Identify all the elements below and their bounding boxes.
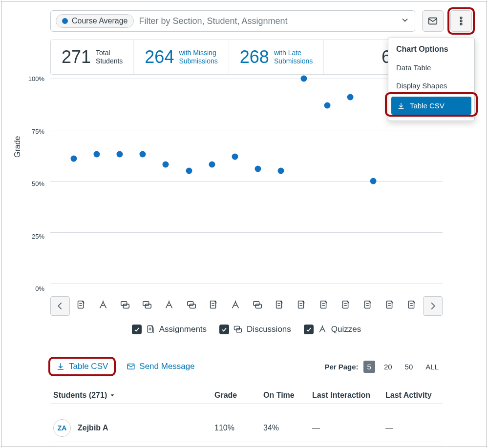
scroll-left-button[interactable] — [50, 296, 70, 316]
quiz-icon — [230, 300, 241, 310]
x-tick-icon[interactable] — [362, 300, 373, 312]
data-point[interactable] — [301, 76, 307, 82]
stat-total-students: 271 TotalStudents — [51, 40, 134, 74]
col-students[interactable]: Students (271) — [53, 391, 214, 400]
svg-rect-16 — [320, 301, 326, 308]
per-page-all[interactable]: ALL — [422, 361, 443, 373]
tick: 50% — [32, 180, 44, 187]
check-assignments[interactable]: Assignments — [132, 325, 207, 334]
col-label: Grade — [214, 391, 237, 400]
filter-chip-course-average[interactable]: Course Average — [56, 14, 134, 28]
data-point[interactable] — [255, 165, 261, 172]
data-point[interactable] — [186, 168, 192, 174]
per-page-control: Per Page: 5 20 50 ALL — [324, 361, 443, 373]
assignment-icon — [406, 300, 417, 310]
menu-table-csv[interactable]: Table CSV — [391, 97, 471, 115]
x-tick-icon[interactable] — [252, 300, 263, 312]
data-point[interactable] — [163, 162, 169, 168]
data-point[interactable] — [232, 153, 238, 160]
x-tick-icon[interactable] — [76, 300, 86, 312]
x-tick-icon[interactable] — [340, 300, 351, 312]
assignment-icon — [362, 300, 373, 310]
per-page-20[interactable]: 20 — [380, 361, 396, 373]
x-tick-icon[interactable] — [142, 300, 152, 312]
message-button[interactable] — [422, 10, 444, 32]
svg-rect-7 — [143, 302, 149, 305]
data-point[interactable] — [70, 155, 77, 162]
svg-rect-10 — [190, 304, 195, 308]
discussion-icon — [186, 300, 197, 310]
data-point[interactable] — [370, 178, 376, 184]
svg-rect-11 — [210, 301, 215, 308]
gridlines — [50, 79, 443, 284]
svg-marker-25 — [111, 394, 114, 396]
svg-point-2 — [460, 20, 462, 22]
data-point[interactable] — [117, 151, 123, 158]
data-point[interactable] — [140, 151, 146, 158]
table-header: Students (271) Grade On Time Last Intera… — [50, 387, 443, 404]
stat-number: 264 — [145, 47, 174, 67]
filter-bar[interactable]: Course Average Filter by Section, Studen… — [50, 10, 415, 32]
col-label: On Time — [263, 391, 295, 400]
per-page-50[interactable]: 50 — [401, 361, 417, 373]
menu-data-table[interactable]: Data Table — [388, 59, 474, 77]
svg-rect-12 — [254, 302, 259, 305]
col-ontime[interactable]: On Time — [263, 391, 312, 400]
x-tick-icon[interactable] — [384, 300, 395, 312]
check-discussions[interactable]: Discussions — [219, 325, 291, 334]
svg-rect-8 — [145, 304, 151, 308]
data-point[interactable] — [347, 94, 353, 100]
svg-rect-14 — [276, 301, 282, 308]
data-point[interactable] — [93, 151, 100, 158]
stat-label: Students — [96, 57, 123, 65]
svg-rect-15 — [298, 301, 304, 308]
svg-rect-20 — [409, 301, 414, 308]
svg-rect-19 — [387, 301, 392, 308]
x-tick-icon[interactable] — [98, 300, 108, 312]
data-point[interactable] — [209, 162, 215, 168]
per-page-5[interactable]: 5 — [363, 361, 375, 373]
x-tick-icon[interactable] — [208, 300, 219, 312]
discussion-icon — [233, 325, 243, 334]
x-tick-icon[interactable] — [406, 300, 417, 312]
data-point[interactable] — [278, 168, 284, 174]
check-quizzes[interactable]: Quizzes — [304, 325, 361, 334]
svg-point-3 — [460, 23, 462, 25]
menu-display-shapes[interactable]: Display Shapes — [388, 77, 474, 95]
stat-late[interactable]: 268 with LateSubmissions — [229, 40, 324, 74]
svg-rect-21 — [148, 326, 152, 332]
col-last-activity[interactable]: Last Activity — [385, 391, 439, 400]
y-axis-ticks: 0% 25% 50% 75% 100% — [25, 79, 47, 288]
tick: 0% — [35, 285, 44, 292]
download-table-csv-link[interactable]: Table CSV — [50, 359, 114, 374]
legend-checks: Assignments Discussions Quizzes — [50, 325, 443, 334]
x-tick-icon[interactable] — [318, 300, 329, 312]
x-tick-icon[interactable] — [186, 300, 197, 312]
x-tick-icon[interactable] — [296, 300, 307, 312]
svg-rect-13 — [255, 304, 261, 308]
x-tick-icon[interactable] — [274, 300, 285, 312]
chevron-down-icon[interactable] — [400, 15, 410, 27]
table-row[interactable]: ZA Zejbib A 110% 34% — — — [50, 414, 443, 442]
svg-point-1 — [460, 17, 462, 19]
legend-label: Quizzes — [331, 325, 361, 334]
col-last-interaction[interactable]: Last Interaction — [312, 391, 385, 400]
quiz-icon — [98, 300, 108, 310]
data-point[interactable] — [324, 102, 330, 108]
sort-down-icon — [110, 393, 115, 398]
send-message-link[interactable]: Send Message — [121, 359, 200, 374]
svg-rect-9 — [187, 302, 193, 305]
stat-missing[interactable]: 264 with MissingSubmissions — [134, 40, 229, 74]
x-tick-icon[interactable] — [164, 300, 174, 312]
mail-icon — [127, 362, 135, 371]
x-tick-icon[interactable] — [230, 300, 241, 312]
more-options-button[interactable] — [450, 10, 472, 32]
x-tick-icon[interactable] — [120, 300, 130, 312]
chip-label: Course Average — [72, 17, 127, 25]
discussion-icon — [120, 300, 130, 310]
col-grade[interactable]: Grade — [214, 391, 263, 400]
per-page-label: Per Page: — [324, 363, 358, 371]
assignment-icon — [274, 300, 285, 310]
scroll-right-button[interactable] — [423, 296, 443, 316]
kebab-icon — [456, 16, 467, 26]
